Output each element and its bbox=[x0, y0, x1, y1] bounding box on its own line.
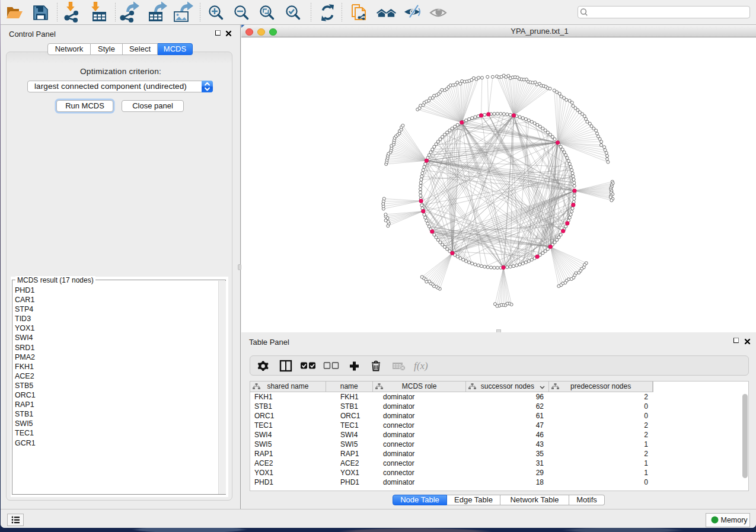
svg-text:f(x): f(x) bbox=[414, 360, 428, 371]
